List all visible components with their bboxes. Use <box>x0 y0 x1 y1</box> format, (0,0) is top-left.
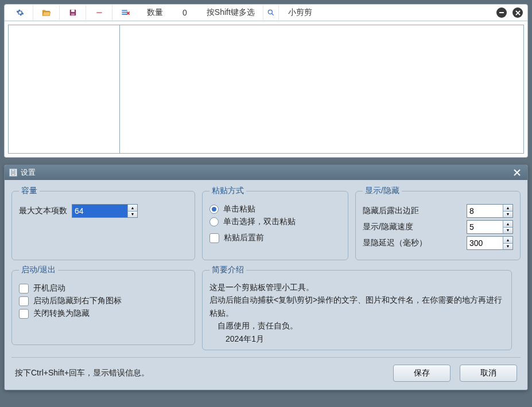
dialog-close-button[interactable] <box>511 169 523 176</box>
brief-text: 这是一个剪贴板管理小工具。 启动后能自动捕获<复制\剪切>操作的文字、图片和文件… <box>209 281 504 343</box>
settings-gear-button[interactable] <box>7 5 33 20</box>
svg-rect-3 <box>96 12 102 13</box>
brief-legend: 简要介绍 <box>209 265 246 275</box>
dialog-title: 设置 <box>21 167 36 178</box>
speed-spinner[interactable]: ▲▼ <box>467 220 513 234</box>
paste-group: 粘贴方式 单击粘贴 单击选择，双击粘贴 粘贴后置前 <box>202 186 348 260</box>
open-folder-button[interactable] <box>33 5 60 20</box>
svg-rect-5 <box>122 12 127 13</box>
minimize-icon <box>499 12 504 13</box>
list-pane[interactable] <box>8 25 120 154</box>
spinner-up-icon[interactable]: ▲ <box>503 237 512 244</box>
hide-tray-checkbox[interactable] <box>19 296 29 306</box>
margin-spinner[interactable]: ▲▼ <box>467 204 513 218</box>
count-label: 数量 <box>139 7 171 18</box>
minus-icon <box>95 9 103 17</box>
autostart-label: 开机启动 <box>33 283 65 293</box>
spinner-up-icon[interactable]: ▲ <box>503 221 512 228</box>
autostart-checkbox[interactable] <box>19 284 29 293</box>
margin-input[interactable] <box>467 205 503 217</box>
minimize-button[interactable] <box>496 7 507 18</box>
dialog-icon <box>9 169 17 177</box>
single-click-paste-radio[interactable] <box>209 205 219 214</box>
delay-input[interactable] <box>467 237 503 249</box>
speed-label: 显示/隐藏速度 <box>363 222 413 232</box>
double-click-paste-label: 单击选择，双击粘贴 <box>223 217 296 227</box>
spinner-down-icon[interactable]: ▼ <box>503 244 512 250</box>
svg-rect-8 <box>499 12 504 13</box>
margin-label: 隐藏后露出边距 <box>363 206 419 216</box>
capacity-group: 容量 最大文本项数 ▲ ▼ <box>11 186 195 260</box>
spinner-down-icon[interactable]: ▼ <box>503 212 512 218</box>
brief-group: 简要介绍 这是一个剪贴板管理小工具。 启动后能自动捕获<复制\剪切>操作的文字、… <box>202 265 512 350</box>
svg-point-7 <box>268 10 272 14</box>
spinner-up-icon[interactable]: ▲ <box>128 205 137 212</box>
speed-input[interactable] <box>467 221 503 233</box>
max-items-label: 最大文本项数 <box>19 206 67 216</box>
spinner-down-icon[interactable]: ▼ <box>128 212 137 218</box>
close-to-hide-checkbox[interactable] <box>19 309 29 319</box>
preview-pane[interactable] <box>120 25 524 154</box>
max-items-input[interactable] <box>72 205 127 217</box>
visibility-legend: 显示/隐藏 <box>363 186 402 196</box>
double-click-paste-radio[interactable] <box>209 217 219 226</box>
close-button[interactable] <box>512 7 523 18</box>
save-button[interactable]: 保存 <box>393 365 451 382</box>
startup-legend: 启动/退出 <box>19 265 58 275</box>
content-panes <box>4 21 528 158</box>
svg-rect-2 <box>71 13 75 15</box>
delay-spinner[interactable]: ▲▼ <box>467 236 513 250</box>
hide-tray-label: 启动后隐藏到右下角图标 <box>33 296 122 306</box>
cancel-button[interactable]: 取消 <box>460 365 517 382</box>
svg-rect-6 <box>122 14 127 15</box>
max-items-spinner[interactable]: ▲ ▼ <box>72 204 138 218</box>
capacity-legend: 容量 <box>19 186 40 196</box>
bring-front-label: 粘贴后置前 <box>224 233 264 243</box>
close-icon <box>514 169 521 176</box>
visibility-group: 显示/隐藏 隐藏后露出边距 ▲▼ 显示/隐藏速度 <box>355 186 521 260</box>
remove-button[interactable] <box>86 5 112 20</box>
spinner-up-icon[interactable]: ▲ <box>503 205 512 212</box>
save-button-toolbar[interactable] <box>60 5 86 20</box>
save-disk-icon <box>69 9 77 17</box>
count-value: 0 <box>171 8 199 17</box>
svg-rect-1 <box>71 10 75 12</box>
dialog-titlebar: 设置 <box>5 165 527 180</box>
bring-front-checkbox[interactable] <box>209 233 219 243</box>
close-to-hide-label: 关闭转换为隐藏 <box>33 308 90 319</box>
svg-rect-4 <box>122 10 127 11</box>
single-click-paste-label: 单击粘贴 <box>223 204 255 214</box>
multiselect-hint: 按Shift键多选 <box>199 7 263 18</box>
spinner-down-icon[interactable]: ▼ <box>503 228 512 234</box>
gear-icon <box>16 9 24 17</box>
delay-label: 显隐延迟（毫秒） <box>363 238 427 248</box>
search-icon <box>267 9 275 17</box>
footer-hint: 按下Ctrl+Shift+回车，显示错误信息。 <box>15 368 149 378</box>
search-button[interactable] <box>263 5 279 20</box>
paste-legend: 粘贴方式 <box>209 186 246 196</box>
main-toolbar: 数量 0 按Shift键多选 小剪剪 <box>4 4 528 21</box>
folder-open-icon <box>42 9 51 17</box>
app-title: 小剪剪 <box>279 7 496 18</box>
clear-all-button[interactable] <box>112 5 139 20</box>
settings-dialog: 设置 果核剥壳 G H X I . C O M 容量 <box>4 165 528 390</box>
startup-group: 启动/退出 开机启动 启动后隐藏到右下角图标 关闭转换为隐藏 <box>11 265 195 345</box>
clear-list-icon <box>121 9 130 17</box>
close-icon <box>515 10 521 15</box>
